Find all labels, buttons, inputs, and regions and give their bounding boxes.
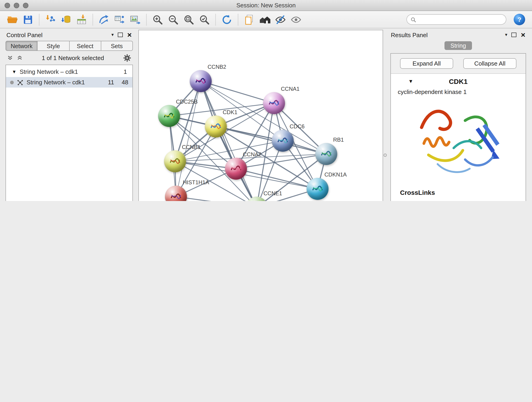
network-node-label: CCNE1	[264, 190, 282, 197]
toolbar-separator	[93, 13, 93, 26]
zoom-selected-button[interactable]	[196, 12, 212, 27]
import-table-from-file-button[interactable]	[74, 12, 89, 27]
save-icon	[22, 13, 34, 26]
title-bar: Session: New Session	[0, 0, 532, 11]
protein-thumbnail	[170, 191, 182, 201]
network-row-selected[interactable]: String Network – cdk1 11 48	[6, 77, 133, 88]
protein-description: cyclin-dependent kinase 1	[391, 89, 526, 97]
import-network-from-file-button[interactable]	[43, 12, 58, 27]
protein-thumbnail	[209, 121, 222, 132]
zoom-fit-button[interactable]	[181, 12, 196, 27]
help-icon: ?	[513, 13, 525, 26]
tab-string[interactable]: String	[444, 41, 472, 50]
new-network-from-selection-button[interactable]	[112, 12, 127, 27]
network-node-rb1[interactable]	[315, 143, 337, 165]
close-panel-icon[interactable]: ✕	[127, 32, 132, 38]
protein-thumbnail	[311, 184, 324, 194]
network-node-label: CCNA1	[281, 86, 299, 92]
network-node-cdc25b[interactable]	[158, 105, 180, 127]
expand-all-button[interactable]: Expand All	[400, 58, 453, 69]
tab-select[interactable]: Select	[70, 41, 101, 51]
window-title: Session: New Session	[0, 2, 532, 9]
main-content: Control Panel ▾ ✕ Network Style Select S…	[0, 28, 532, 201]
panel-menu-icon[interactable]: ▾	[111, 32, 114, 37]
close-panel-icon[interactable]: ✕	[520, 32, 526, 38]
eye-slash-icon	[274, 13, 286, 26]
import-network-from-database-button[interactable]	[58, 12, 74, 27]
close-window-button[interactable]	[5, 2, 10, 8]
database-icon	[60, 13, 72, 26]
disclosure-triangle-icon[interactable]: ▼	[12, 69, 17, 74]
zoom-in-icon	[152, 13, 164, 26]
hide-graphics-details-button[interactable]	[273, 12, 288, 27]
tab-network[interactable]: Network	[6, 41, 38, 51]
network-node-ccnb2[interactable]	[190, 70, 212, 92]
window-controls	[5, 2, 28, 8]
zoom-window-button[interactable]	[23, 2, 28, 8]
tab-style[interactable]: Style	[38, 41, 70, 51]
right-area: CCNB2CCNA1CDC25BCDK1CDC6RB1CCNB1CCNA2CDK…	[138, 30, 530, 201]
vertical-splitter[interactable]	[383, 30, 387, 201]
refresh-icon	[221, 13, 233, 26]
copy-document-icon	[243, 13, 255, 26]
control-panel-title: Control Panel	[6, 32, 43, 38]
network-node-label: CCNA2	[243, 151, 261, 158]
network-node-ccna1[interactable]	[263, 92, 285, 114]
gear-icon[interactable]	[123, 54, 131, 62]
image-export-icon	[129, 13, 141, 26]
float-panel-icon[interactable]	[118, 32, 123, 37]
crosslink-label: Uniprot:	[406, 200, 450, 201]
expand-all-networks-icon[interactable]	[7, 55, 13, 61]
protein-thumbnail	[163, 111, 176, 121]
network-collection-row[interactable]: ▼ String Network – cdk1 1	[6, 66, 133, 77]
network-node-ccnb1[interactable]	[164, 150, 186, 172]
crosslink-uniprot[interactable]: P06493	[450, 200, 471, 201]
copy-button[interactable]	[241, 12, 257, 27]
zoom-in-button[interactable]	[150, 12, 165, 27]
network-node-ccna2[interactable]	[225, 158, 247, 180]
disclosure-triangle-icon[interactable]: ▼	[408, 78, 413, 84]
top-row: CCNB2CCNA1CDC25BCDK1CDC6RB1CCNB1CCNA2CDK…	[138, 30, 530, 201]
network-node-cdc6[interactable]	[272, 130, 294, 152]
splitter-handle[interactable]	[383, 153, 386, 157]
network-node-label: CDC25B	[176, 99, 198, 105]
panel-menu-icon[interactable]: ▾	[505, 32, 507, 37]
control-panel-header: Control Panel ▾ ✕	[2, 30, 136, 40]
zoom-out-button[interactable]	[165, 12, 181, 27]
network-canvas[interactable]: CCNB2CCNA1CDC25BCDK1CDC6RB1CCNB1CCNA2CDK…	[139, 30, 383, 201]
network-tree: ▼ String Network – cdk1 1 String Network…	[6, 65, 133, 201]
minimize-window-button[interactable]	[14, 2, 19, 8]
float-panel-icon[interactable]	[511, 32, 516, 37]
network-node-cdk1[interactable]	[205, 115, 227, 138]
open-folder-icon	[6, 13, 18, 26]
string-results-box: Expand All Collapse All ▼ CDK1 cyclin-de…	[390, 53, 526, 201]
network-node-label: CCNB2	[208, 64, 226, 70]
home-button[interactable]	[257, 12, 273, 27]
help-button[interactable]: ?	[513, 13, 526, 26]
network-view: CCNB2CCNA1CDC25BCDK1CDC6RB1CCNB1CCNA2CDK…	[138, 30, 383, 201]
network-node-cdkn1a[interactable]	[307, 178, 329, 200]
collection-count: 1	[124, 68, 127, 75]
search-input[interactable]	[418, 16, 502, 23]
open-session-button[interactable]	[5, 12, 20, 27]
refresh-button[interactable]	[219, 12, 234, 27]
export-image-button[interactable]	[127, 12, 143, 27]
protein-thumbnail	[230, 164, 242, 174]
network-node-count: 11	[103, 79, 114, 86]
network-share-icon	[17, 79, 23, 85]
collapse-all-button[interactable]: Collapse All	[463, 58, 516, 69]
protein-thumbnail	[268, 98, 280, 108]
search-field[interactable]	[406, 14, 506, 25]
network-node-label: RB1	[333, 137, 344, 143]
show-graphics-details-button[interactable]	[288, 12, 304, 27]
cytoscape-window: Session: New Session	[0, 0, 532, 201]
apply-layout-button[interactable]	[96, 12, 112, 27]
results-panel-header: Results Panel ▾ ✕	[387, 30, 530, 40]
save-session-button[interactable]	[20, 12, 36, 27]
protein-structure-image	[391, 97, 526, 183]
tab-sets[interactable]: Sets	[101, 41, 133, 51]
results-panel: Results Panel ▾ ✕ String Expand All	[387, 30, 530, 201]
toolbar-separator	[146, 13, 147, 26]
layout-arrows-icon	[98, 13, 110, 26]
collapse-all-networks-icon[interactable]	[17, 55, 22, 61]
